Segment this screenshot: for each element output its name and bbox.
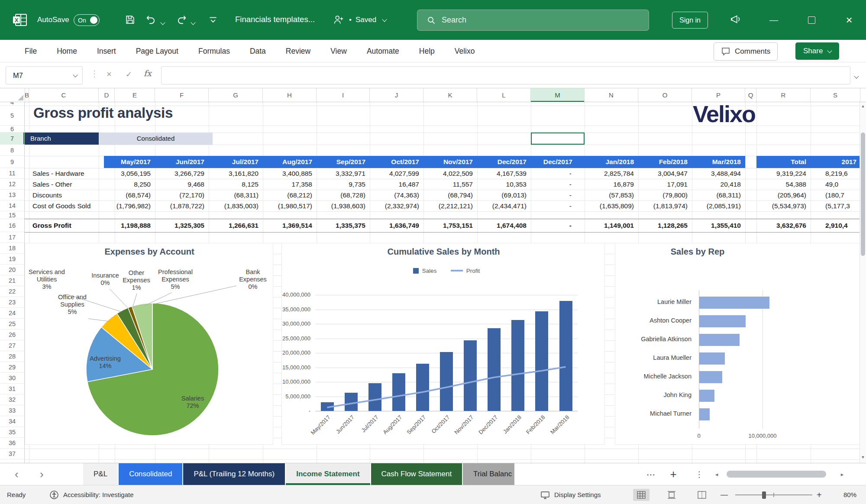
- scroll-up-icon[interactable]: ▲: [860, 104, 866, 108]
- row-header-4[interactable]: 4: [0, 102, 24, 106]
- selected-cell-M7[interactable]: [531, 132, 585, 145]
- share-button[interactable]: Share: [795, 42, 839, 60]
- table-cell[interactable]: 20,418: [692, 179, 741, 190]
- column-header-J[interactable]: J: [370, 88, 423, 102]
- table-cell[interactable]: 1,198,888: [115, 219, 151, 232]
- table-cell[interactable]: 49,0: [825, 179, 860, 190]
- column-header-B[interactable]: B: [25, 88, 29, 102]
- tabs-overflow-icon[interactable]: ⋮: [693, 463, 706, 485]
- page-layout-view-button[interactable]: [663, 489, 680, 501]
- table-cell[interactable]: 4,022,509: [423, 168, 473, 179]
- table-cell[interactable]: 1,636,749: [370, 219, 419, 232]
- table-cell[interactable]: 8,250: [115, 179, 151, 190]
- autosave-toggle[interactable]: On: [74, 14, 100, 26]
- accessibility-status[interactable]: Accessibility: Investigate: [63, 485, 134, 504]
- row-header-28[interactable]: 28: [0, 351, 24, 362]
- ribbon-tab-view[interactable]: View: [320, 40, 357, 62]
- row-header-8[interactable]: 8: [0, 145, 24, 156]
- people-icon[interactable]: [333, 14, 344, 27]
- column-header-G[interactable]: G: [209, 88, 263, 102]
- table-cell[interactable]: 1,266,631: [209, 219, 259, 232]
- row-header-33[interactable]: 33: [0, 405, 24, 416]
- row-header-30[interactable]: 30: [0, 373, 24, 384]
- sheet-tab-income-statement[interactable]: Income Statement: [286, 463, 370, 485]
- table-cell[interactable]: -: [531, 190, 572, 200]
- normal-view-button[interactable]: [633, 489, 650, 501]
- column-header-N[interactable]: N: [585, 88, 638, 102]
- table-cell[interactable]: 8,125: [209, 179, 259, 190]
- ribbon-tab-page-layout[interactable]: Page Layout: [126, 40, 188, 62]
- table-cell[interactable]: 9,319,224: [756, 168, 806, 179]
- column-header-S[interactable]: S: [811, 88, 860, 102]
- row-header-6[interactable]: 6: [0, 126, 24, 132]
- saved-status[interactable]: •Saved: [349, 16, 386, 24]
- table-cell[interactable]: 4,167,539: [477, 168, 527, 179]
- formula-bar-expand-icon[interactable]: [855, 72, 858, 80]
- row-header-27[interactable]: 27: [0, 340, 24, 351]
- column-header-H[interactable]: H: [263, 88, 317, 102]
- table-cell[interactable]: (57,853): [585, 190, 634, 200]
- hscroll-right-arrow[interactable]: ▸: [837, 463, 848, 485]
- table-cell[interactable]: (1,635,809): [585, 200, 634, 211]
- table-cell[interactable]: (1,980,517): [263, 200, 312, 211]
- column-header-R[interactable]: R: [756, 88, 811, 102]
- cancel-icon[interactable]: ×: [107, 69, 112, 79]
- branch-filter-value[interactable]: Consolidated: [99, 132, 213, 145]
- add-sheet-button[interactable]: +: [664, 463, 683, 485]
- redo-button[interactable]: [176, 14, 187, 27]
- ribbon-tab-file[interactable]: File: [15, 40, 47, 62]
- enter-icon[interactable]: ✓: [126, 70, 132, 79]
- row-header-12[interactable]: 12: [0, 179, 24, 190]
- row-header-20[interactable]: 20: [0, 265, 24, 275]
- column-header-O[interactable]: O: [638, 88, 692, 102]
- undo-dropdown-icon[interactable]: [161, 18, 165, 26]
- sheet-tab-trial-balanc[interactable]: Trial Balanc: [463, 463, 514, 485]
- vertical-scrollbar[interactable]: ▲▼: [860, 102, 866, 463]
- sales-by-rep-chart[interactable]: Sales by RepLaurie MillerAshton CooperGa…: [615, 243, 860, 445]
- table-cell[interactable]: (1,938,603): [317, 200, 365, 211]
- table-cell[interactable]: (5,534,973): [756, 200, 806, 211]
- table-cell[interactable]: (68,212): [263, 190, 312, 200]
- comments-button[interactable]: Comments: [714, 42, 778, 61]
- table-cell[interactable]: (2,085,191): [692, 200, 741, 211]
- table-cell[interactable]: 1,128,265: [638, 219, 688, 232]
- vscroll-thumb[interactable]: [861, 132, 865, 256]
- ribbon-tab-help[interactable]: Help: [409, 40, 445, 62]
- column-header-F[interactable]: F: [155, 88, 209, 102]
- table-cell[interactable]: (2,434,471): [477, 200, 527, 211]
- table-cell[interactable]: (1,835,003): [209, 200, 259, 211]
- table-cell[interactable]: 3,400,885: [263, 168, 312, 179]
- table-cell[interactable]: (1,813,974): [638, 200, 688, 211]
- zoom-slider-thumb[interactable]: [762, 491, 766, 499]
- table-cell[interactable]: 3,161,820: [209, 168, 259, 179]
- row-header-13[interactable]: 13: [0, 190, 24, 200]
- table-cell[interactable]: (79,800): [638, 190, 688, 200]
- table-cell[interactable]: (2,332,974): [370, 200, 419, 211]
- table-cell[interactable]: (5,177,3: [825, 200, 860, 211]
- maximize-button[interactable]: [799, 0, 824, 40]
- table-cell[interactable]: (68,574): [115, 190, 151, 200]
- table-cell[interactable]: (205,964): [756, 190, 806, 200]
- formula-input[interactable]: [161, 66, 850, 84]
- row-header-32[interactable]: 32: [0, 394, 24, 405]
- ribbon-tab-formulas[interactable]: Formulas: [188, 40, 240, 62]
- table-cell[interactable]: (68,311): [209, 190, 259, 200]
- table-cell[interactable]: 2,910,4: [825, 219, 860, 232]
- column-header-D[interactable]: D: [99, 88, 115, 102]
- column-header-L[interactable]: L: [477, 88, 531, 102]
- table-cell[interactable]: -: [531, 200, 572, 211]
- table-cell[interactable]: 3,004,947: [638, 168, 688, 179]
- table-cell[interactable]: 1,335,375: [317, 219, 365, 232]
- table-cell[interactable]: (68,728): [317, 190, 365, 200]
- column-header-P[interactable]: P: [692, 88, 745, 102]
- minimize-button[interactable]: —: [762, 0, 786, 40]
- sheet-nav-next-icon[interactable]: ›: [40, 463, 44, 485]
- table-cell[interactable]: 3,056,195: [115, 168, 151, 179]
- table-cell[interactable]: 4,027,599: [370, 168, 419, 179]
- column-header-I[interactable]: I: [317, 88, 370, 102]
- table-cell[interactable]: 8,219,6: [825, 168, 860, 179]
- sheet-tab-cash-flow-statement[interactable]: Cash Flow Statement: [371, 463, 462, 485]
- row-header-29[interactable]: 29: [0, 362, 24, 373]
- table-cell[interactable]: 17,358: [263, 179, 312, 190]
- customize-toolbar-button[interactable]: [208, 15, 218, 27]
